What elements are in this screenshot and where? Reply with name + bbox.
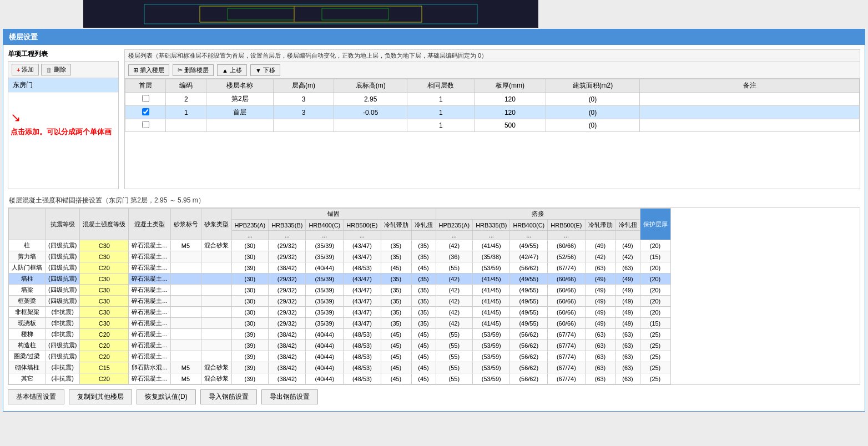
concrete-type[interactable]: 碎石混凝土... — [129, 262, 170, 273]
floor-build-area[interactable]: (0) — [546, 106, 640, 119]
delete-floor-button[interactable]: ✂ 删除楼层 — [173, 64, 214, 76]
floor-build-area[interactable]: (0) — [546, 93, 640, 106]
concrete-type[interactable]: 卵石防水混... — [129, 362, 170, 373]
mortar-grade[interactable] — [170, 351, 201, 362]
concrete-grade[interactable]: C15 — [80, 362, 129, 373]
first-floor-checkbox[interactable] — [142, 121, 149, 128]
splice-hrb335-val[interactable]: (53/59) — [473, 351, 510, 362]
anchor-cold-tw-val[interactable]: (35) — [411, 251, 436, 262]
splice-hrb400-val[interactable]: (49/55) — [510, 273, 548, 285]
floor-base-elev[interactable]: 2.95 — [334, 93, 407, 106]
splice-cold-rb-val[interactable]: (63) — [585, 340, 615, 351]
anchor-cold-rb-val[interactable]: (35) — [381, 273, 411, 285]
floor-same-count[interactable]: 1 — [407, 106, 475, 119]
concrete-grade[interactable]: C30 — [80, 251, 129, 262]
splice-cold-rb-val[interactable]: (63) — [585, 362, 615, 373]
floor-same-count[interactable]: 1 — [407, 119, 475, 132]
splice-hrb400-val[interactable]: (56/62) — [510, 362, 548, 373]
mortar-type[interactable] — [201, 351, 231, 362]
mortar-type[interactable]: 混合砂浆 — [201, 362, 231, 373]
seismic-level[interactable]: (非抗震) — [46, 362, 80, 373]
splice-hrb400-val[interactable]: (56/62) — [510, 340, 548, 351]
floor-base-elev[interactable]: -0.05 — [334, 106, 407, 119]
anchor-cold-tw-val[interactable]: (35) — [411, 273, 436, 285]
splice-hrb335-val[interactable]: (53/59) — [473, 329, 510, 340]
anchor-hrb335-val[interactable]: (38/42) — [269, 351, 306, 362]
splice-cold-tw-val[interactable]: (49) — [615, 285, 640, 296]
concrete-type[interactable]: 碎石混凝土... — [129, 251, 170, 262]
splice-cold-rb-val[interactable]: (63) — [585, 329, 615, 340]
anchor-hrb335-val[interactable]: (29/32) — [269, 251, 306, 262]
cover-val[interactable]: (25) — [640, 362, 670, 373]
anchor-hrb400-val[interactable]: (40/44) — [306, 262, 344, 273]
anchor-hrb400-val[interactable]: (40/44) — [306, 329, 344, 340]
concrete-grade[interactable]: C30 — [80, 296, 129, 307]
floor-height[interactable]: 3 — [274, 93, 334, 106]
concrete-grade[interactable]: C30 — [80, 285, 129, 296]
anchor-hpb235-val[interactable]: (39) — [231, 329, 269, 340]
concrete-grade[interactable]: C30 — [80, 307, 129, 318]
seismic-level[interactable]: (四级抗震) — [46, 351, 80, 362]
splice-hpb235-val[interactable]: (36) — [436, 251, 473, 262]
anchor-hpb235-val[interactable]: (39) — [231, 262, 269, 273]
splice-hpb235-val[interactable]: (42) — [436, 296, 473, 307]
splice-hrb400-val[interactable]: (49/55) — [510, 318, 548, 329]
anchor-hrb400-val[interactable]: (35/39) — [306, 251, 344, 262]
delete-button[interactable]: 🗑 删除 — [41, 64, 71, 75]
mortar-grade[interactable] — [170, 318, 201, 329]
concrete-grade[interactable]: C30 — [80, 273, 129, 285]
cover-val[interactable]: (15) — [640, 251, 670, 262]
mortar-grade[interactable] — [170, 340, 201, 351]
anchor-hrb500-val[interactable]: (48/53) — [344, 351, 381, 362]
anchor-hrb400-val[interactable]: (35/39) — [306, 273, 344, 285]
anchor-hrb335-val[interactable]: (29/32) — [269, 307, 306, 318]
cover-val[interactable]: (20) — [640, 273, 670, 285]
floor-code[interactable]: 1 — [166, 106, 206, 119]
mortar-grade[interactable] — [170, 307, 201, 318]
floor-height[interactable] — [274, 119, 334, 132]
anchor-cold-tw-val[interactable]: (35) — [411, 285, 436, 296]
floor-same-count[interactable]: 1 — [407, 93, 475, 106]
splice-hpb235-val[interactable]: (55) — [436, 351, 473, 362]
splice-hrb500-val[interactable]: (60/66) — [548, 296, 585, 307]
mortar-grade[interactable] — [170, 329, 201, 340]
splice-cold-rb-val[interactable]: (49) — [585, 240, 615, 251]
concrete-grade[interactable]: C20 — [80, 340, 129, 351]
splice-hrb500-val[interactable]: (67/74) — [548, 373, 585, 384]
floor-slab-thick[interactable]: 120 — [475, 106, 546, 119]
splice-cold-rb-val[interactable]: (63) — [585, 262, 615, 273]
anchor-hrb400-val[interactable]: (40/44) — [306, 362, 344, 373]
anchor-hrb400-val[interactable]: (35/39) — [306, 285, 344, 296]
anchor-cold-rb-val[interactable]: (35) — [381, 251, 411, 262]
mortar-grade[interactable] — [170, 273, 201, 285]
anchor-hrb400-val[interactable]: (35/39) — [306, 296, 344, 307]
anchor-hpb235-val[interactable]: (30) — [231, 307, 269, 318]
floor-name[interactable]: 首层 — [206, 106, 274, 119]
splice-cold-tw-val[interactable]: (63) — [615, 262, 640, 273]
splice-cold-rb-val[interactable]: (49) — [585, 273, 615, 285]
splice-hrb500-val[interactable]: (67/74) — [548, 362, 585, 373]
move-up-button[interactable]: ▲ 上移 — [217, 64, 247, 76]
concrete-grade[interactable]: C30 — [80, 240, 129, 251]
splice-hrb500-val[interactable]: (67/74) — [548, 329, 585, 340]
anchor-cold-tw-val[interactable]: (45) — [411, 373, 436, 384]
splice-hrb400-val[interactable]: (49/55) — [510, 307, 548, 318]
anchor-hpb235-val[interactable]: (30) — [231, 318, 269, 329]
anchor-cold-rb-val[interactable]: (35) — [381, 240, 411, 251]
splice-cold-rb-val[interactable]: (49) — [585, 318, 615, 329]
mortar-type[interactable] — [201, 296, 231, 307]
splice-hpb235-val[interactable]: (42) — [436, 285, 473, 296]
splice-hrb400-val[interactable]: (42/47) — [510, 251, 548, 262]
anchor-cold-tw-val[interactable]: (45) — [411, 340, 436, 351]
anchor-cold-tw-val[interactable]: (35) — [411, 318, 436, 329]
mortar-grade[interactable] — [170, 285, 201, 296]
floor-first-col[interactable] — [125, 106, 166, 119]
concrete-grade[interactable]: C20 — [80, 329, 129, 340]
concrete-type[interactable]: 碎石混凝土... — [129, 296, 170, 307]
splice-cold-tw-val[interactable]: (63) — [615, 340, 640, 351]
splice-cold-tw-val[interactable]: (49) — [615, 273, 640, 285]
splice-hrb335-val[interactable]: (41/45) — [473, 240, 510, 251]
mortar-type[interactable] — [201, 329, 231, 340]
floor-name[interactable] — [206, 119, 274, 132]
anchor-hrb500-val[interactable]: (43/47) — [344, 318, 381, 329]
